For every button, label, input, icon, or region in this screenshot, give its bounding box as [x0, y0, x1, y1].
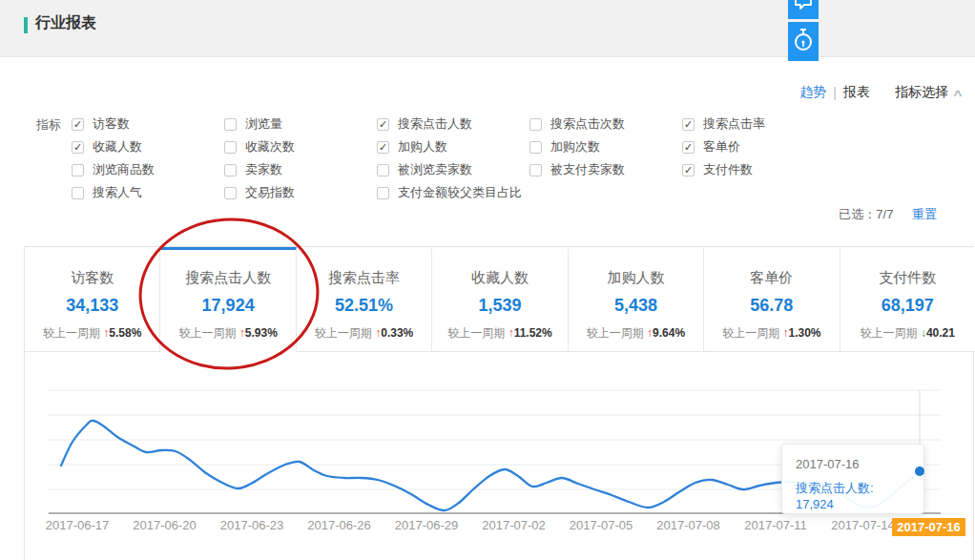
x-tick-label: 2017-06-17: [46, 518, 110, 532]
metric-card-delta: 较上一周期 ↑0.33%: [297, 325, 431, 342]
metric-card-访客数[interactable]: 访客数34,133较上一周期 ↑5.58%: [25, 247, 160, 352]
checkbox-支付金额较父类目占比[interactable]: 支付金额较父类目占比: [377, 184, 522, 201]
metric-card-title: 搜索点击人数: [160, 269, 295, 287]
checkbox-卖家数[interactable]: 卖家数: [224, 161, 282, 178]
metric-card-搜索点击率[interactable]: 搜索点击率52.51%较上一周期 ↑0.33%: [297, 247, 432, 352]
stopwatch-icon: [793, 28, 814, 56]
unchecked-checkbox-icon[interactable]: [529, 118, 542, 131]
x-tick-label: 2017-06-23: [220, 518, 284, 532]
checkbox-访客数[interactable]: ✓访客数: [72, 115, 130, 133]
metric-card-delta: 较上一周期 ↑11.52%: [432, 325, 567, 342]
x-tick-label: 2017-07-08: [656, 518, 720, 532]
checkbox-搜索人气[interactable]: 搜索人气: [72, 184, 142, 201]
report-tab[interactable]: 报表: [843, 84, 870, 101]
checkbox-label: 支付件数: [703, 161, 753, 178]
x-tick-label: 2017-07-05: [570, 518, 633, 532]
checkbox-支付件数[interactable]: ✓支付件数: [682, 161, 753, 178]
checked-checkbox-icon[interactable]: ✓: [682, 118, 695, 131]
checked-checkbox-icon[interactable]: ✓: [377, 118, 389, 131]
view-switch-bar: 趋势 | 报表 指标选择 ∧: [799, 84, 962, 101]
selected-count: 已选：7/7: [839, 207, 893, 221]
unchecked-checkbox-icon[interactable]: [224, 164, 237, 176]
metric-cards-row: 访客数34,133较上一周期 ↑5.58%搜索点击人数17,924较上一周期 ↑…: [25, 247, 975, 352]
metric-card-title: 支付件数: [840, 269, 975, 287]
metric-card-delta: 较上一周期 ↑5.93%: [160, 325, 295, 342]
filter-group-label: 指标: [36, 116, 61, 134]
reset-button[interactable]: 重置: [912, 207, 937, 221]
metric-card-delta: 较上一周期 ↓40.21: [840, 325, 975, 342]
x-tick-label: 2017-06-29: [395, 518, 459, 532]
checked-checkbox-icon[interactable]: ✓: [682, 141, 695, 154]
unchecked-checkbox-icon[interactable]: [529, 164, 542, 176]
trend-tab[interactable]: 趋势: [799, 84, 826, 101]
checkbox-客单价[interactable]: ✓客单价: [682, 138, 740, 156]
metric-card-客单价[interactable]: 客单价56.78较上一周期 ↑1.30%: [704, 247, 840, 352]
checkbox-搜索点击次数[interactable]: 搜索点击次数: [529, 115, 625, 133]
checkbox-浏览商品数[interactable]: 浏览商品数: [72, 161, 155, 178]
chat-button[interactable]: [788, 0, 819, 19]
metric-card-支付件数[interactable]: 支付件数68,197较上一周期 ↓40.21: [840, 247, 975, 352]
checkbox-label: 搜索点击次数: [550, 115, 625, 133]
metric-card-delta: 较上一周期 ↑5.58%: [25, 325, 159, 342]
chat-icon: [794, 0, 813, 18]
checkbox-加购人数[interactable]: ✓加购人数: [377, 138, 447, 156]
checkbox-搜索点击人数[interactable]: ✓搜索点击人数: [377, 115, 472, 133]
checkbox-label: 加购人数: [398, 138, 447, 156]
unchecked-checkbox-icon[interactable]: [224, 141, 237, 154]
data-point-marker[interactable]: [915, 467, 924, 476]
metric-card-value: 68,197: [840, 296, 975, 316]
industry-report-page: 行业报表 趋势 | 报表 指标选择 ∧ 指标 ✓访客数浏览量✓搜索点击人数搜索点…: [0, 0, 975, 560]
page-header: 行业报表: [0, 0, 975, 57]
tooltip-value: 搜索点击人数: 17,924: [796, 480, 910, 511]
unchecked-checkbox-icon[interactable]: [377, 164, 389, 176]
unchecked-checkbox-icon[interactable]: [224, 187, 237, 199]
checked-checkbox-icon[interactable]: ✓: [682, 164, 695, 176]
tooltip-date: 2017-07-16: [796, 457, 910, 471]
unchecked-checkbox-icon[interactable]: [377, 187, 389, 199]
chevron-up-icon[interactable]: ∧: [952, 87, 965, 99]
metric-card-搜索点击人数[interactable]: 搜索点击人数17,924较上一周期 ↑5.93%: [160, 247, 296, 352]
checked-checkbox-icon[interactable]: ✓: [377, 141, 389, 154]
checked-checkbox-icon[interactable]: ✓: [72, 141, 84, 154]
checkbox-label: 被支付卖家数: [550, 161, 625, 178]
x-tick-label: 2017-07-14: [831, 518, 895, 532]
checkbox-label: 交易指数: [245, 184, 295, 201]
metric-card-title: 搜索点击率: [297, 269, 431, 287]
metric-card-加购人数[interactable]: 加购人数5,438较上一周期 ↑9.64%: [569, 247, 704, 352]
checkbox-加购次数[interactable]: 加购次数: [529, 138, 600, 156]
metric-card-value: 52.51%: [297, 296, 431, 316]
checkbox-收藏次数[interactable]: 收藏次数: [224, 138, 295, 156]
checkbox-label: 支付金额较父类目占比: [398, 184, 522, 201]
x-tick-label: 2017-06-26: [307, 518, 371, 532]
checkbox-被支付卖家数[interactable]: 被支付卖家数: [529, 161, 625, 178]
x-tick-label: 2017-06-20: [133, 518, 197, 532]
page-title: 行业报表: [35, 13, 96, 33]
checkbox-交易指数[interactable]: 交易指数: [224, 184, 295, 201]
checkbox-搜索点击率[interactable]: ✓搜索点击率: [682, 115, 765, 133]
chart-tooltip: 2017-07-16 搜索点击人数: 17,924: [781, 444, 924, 514]
checkbox-label: 搜索人气: [93, 184, 142, 201]
highlight-date-badge: 2017-07-16: [892, 518, 965, 536]
unchecked-checkbox-icon[interactable]: [224, 118, 237, 131]
metric-select-button[interactable]: 指标选择: [895, 84, 948, 101]
checkbox-浏览量[interactable]: 浏览量: [224, 115, 282, 133]
checkbox-被浏览卖家数[interactable]: 被浏览卖家数: [377, 161, 472, 178]
metric-card-收藏人数[interactable]: 收藏人数1,539较上一周期 ↑11.52%: [432, 247, 568, 352]
checkbox-收藏人数[interactable]: ✓收藏人数: [72, 138, 142, 156]
checkbox-label: 收藏次数: [245, 138, 295, 156]
metric-card-value: 17,924: [160, 296, 295, 316]
metric-card-value: 5,438: [569, 296, 703, 316]
x-tick-label: 2017-07-11: [744, 518, 807, 532]
checkbox-label: 加购次数: [550, 138, 600, 156]
checked-checkbox-icon[interactable]: ✓: [72, 118, 84, 131]
unchecked-checkbox-icon[interactable]: [529, 141, 542, 154]
x-tick-label: 2017-07-02: [482, 518, 546, 532]
checkbox-label: 客单价: [703, 138, 740, 156]
checkbox-label: 搜索点击率: [703, 115, 765, 133]
unchecked-checkbox-icon[interactable]: [72, 164, 84, 176]
selection-summary-row: 已选：7/7 重置: [839, 206, 937, 223]
unchecked-checkbox-icon[interactable]: [72, 187, 84, 199]
timer-button[interactable]: [788, 22, 819, 61]
report-panel: 访客数34,133较上一周期 ↑5.58%搜索点击人数17,924较上一周期 ↑…: [24, 246, 974, 560]
metric-card-title: 客单价: [704, 269, 839, 287]
